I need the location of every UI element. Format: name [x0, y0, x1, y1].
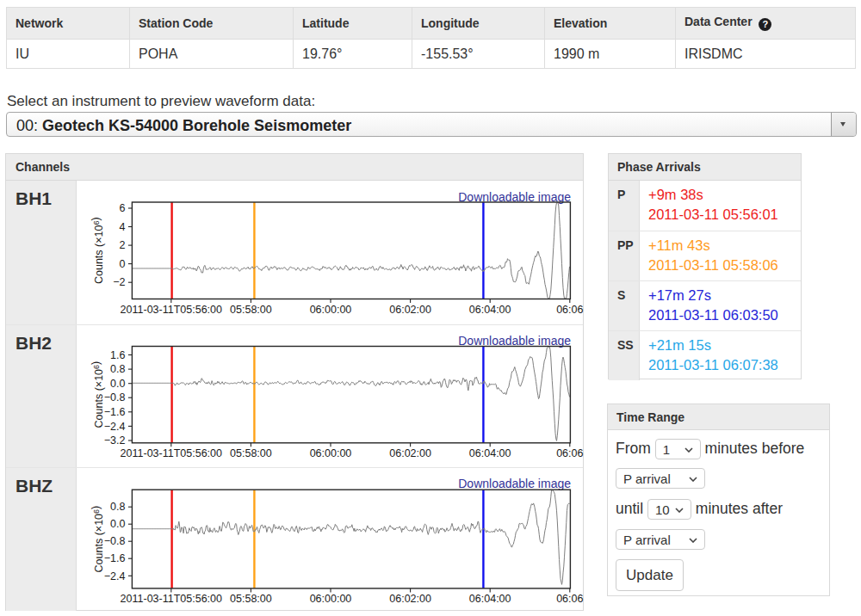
svg-text:06:04:00: 06:04:00	[469, 304, 511, 316]
svg-text:06:04:00: 06:04:00	[469, 593, 511, 605]
svg-text:06:06: 06:06	[556, 304, 583, 316]
svg-text:0: 0	[119, 258, 125, 270]
svg-text:2011-03-11T05:56:00: 2011-03-11T05:56:00	[121, 447, 222, 459]
svg-text:05:58:00: 05:58:00	[230, 304, 272, 316]
svg-text:−3.2: −3.2	[104, 434, 126, 447]
svg-text:−2.4: −2.4	[104, 421, 126, 433]
svg-text:2011-03-11T05:56:00: 2011-03-11T05:56:00	[121, 593, 222, 605]
svg-text:05:58:00: 05:58:00	[230, 447, 272, 459]
svg-text:0.0: 0.0	[110, 378, 125, 390]
svg-text:06:02:00: 06:02:00	[389, 447, 431, 459]
svg-text:0.8: 0.8	[110, 363, 125, 375]
svg-text:Counts (×106): Counts (×106)	[90, 506, 105, 573]
svg-text:4: 4	[119, 221, 125, 233]
svg-text:06:00:00: 06:00:00	[310, 304, 352, 316]
svg-text:2011-03-11T05:56:00: 2011-03-11T05:56:00	[121, 304, 222, 316]
svg-text:6: 6	[119, 202, 125, 214]
svg-text:06:06: 06:06	[556, 447, 583, 459]
svg-text:−2.4: −2.4	[104, 570, 126, 582]
svg-text:06:04:00: 06:04:00	[469, 447, 511, 459]
svg-text:2: 2	[119, 239, 125, 251]
svg-text:05:58:00: 05:58:00	[230, 593, 272, 605]
svg-text:−1.6: −1.6	[104, 406, 126, 418]
svg-text:06:00:00: 06:00:00	[310, 447, 352, 459]
svg-text:−1.6: −1.6	[104, 552, 126, 564]
svg-text:0.8: 0.8	[110, 501, 125, 513]
svg-text:06:00:00: 06:00:00	[310, 593, 352, 605]
svg-text:1.6: 1.6	[110, 349, 125, 361]
svg-text:06:02:00: 06:02:00	[389, 593, 431, 605]
svg-text:−2: −2	[113, 276, 125, 288]
svg-text:−0.8: −0.8	[104, 535, 126, 547]
svg-text:06:02:00: 06:02:00	[389, 304, 431, 316]
svg-text:Counts (×106): Counts (×106)	[90, 361, 105, 428]
svg-text:Counts (×106): Counts (×106)	[90, 217, 105, 284]
svg-text:0.0: 0.0	[110, 518, 125, 530]
svg-text:−0.8: −0.8	[104, 391, 126, 403]
svg-text:06:06: 06:06	[556, 593, 583, 605]
